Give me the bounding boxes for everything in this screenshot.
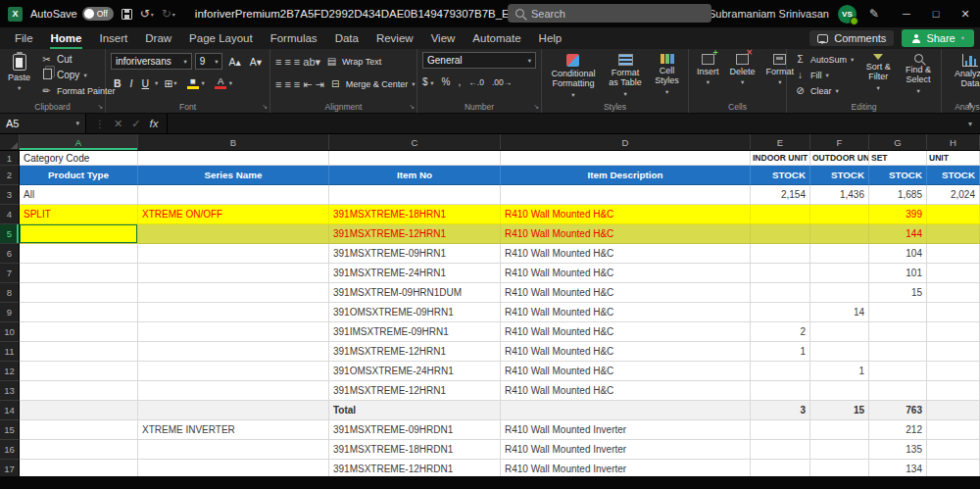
bold-button[interactable]: B bbox=[111, 77, 124, 89]
cell-B17[interactable] bbox=[138, 460, 329, 476]
cell-G3[interactable]: 1,685 bbox=[869, 185, 927, 205]
column-header-F[interactable]: F bbox=[810, 134, 869, 150]
insert-cells-button[interactable]: Insert ▾ bbox=[694, 52, 722, 88]
delete-cells-button[interactable]: Delete ▾ bbox=[727, 52, 759, 88]
cell-A14[interactable] bbox=[20, 401, 138, 420]
dialog-launcher-icon[interactable]: ↘ bbox=[533, 103, 539, 111]
cell-G8[interactable]: 15 bbox=[869, 283, 927, 303]
row-header-13[interactable]: 13 bbox=[0, 381, 20, 401]
cell-D17[interactable]: R410 Wall Mounted Inverter bbox=[501, 460, 751, 476]
cell-F14[interactable]: 15 bbox=[810, 401, 869, 420]
cell-B9[interactable] bbox=[138, 303, 329, 322]
cell-A15[interactable] bbox=[20, 420, 138, 440]
cell-B15[interactable]: XTREME INVERTER bbox=[138, 420, 329, 440]
orientation-icon[interactable]: ab▾ bbox=[303, 57, 320, 67]
cell-D13[interactable]: R410 Wall Mounted H&C bbox=[501, 381, 751, 401]
cell-H16[interactable] bbox=[927, 440, 980, 460]
cell-E4[interactable] bbox=[751, 205, 810, 224]
cell-B2[interactable]: Series Name bbox=[138, 166, 329, 185]
cell-B13[interactable] bbox=[138, 381, 329, 401]
font-size-select[interactable]: 9▾ bbox=[195, 53, 223, 70]
row-header-3[interactable]: 3 bbox=[0, 185, 20, 205]
cancel-entry-icon[interactable]: ✕ bbox=[114, 118, 122, 130]
font-name-select[interactable]: inforiversans▾ bbox=[111, 53, 192, 70]
cell-E16[interactable] bbox=[751, 440, 810, 460]
cell-F9[interactable]: 14 bbox=[810, 303, 869, 322]
cell-F8[interactable] bbox=[810, 283, 869, 303]
cell-A3[interactable]: All bbox=[20, 185, 138, 205]
number-format-select[interactable]: General▾ bbox=[422, 52, 536, 69]
cell-B14[interactable] bbox=[138, 401, 329, 420]
cell-E6[interactable] bbox=[751, 244, 810, 264]
cell-G4[interactable]: 399 bbox=[869, 205, 927, 224]
column-header-B[interactable]: B bbox=[138, 134, 329, 150]
align-middle-icon[interactable]: ≡ bbox=[284, 57, 290, 67]
increase-decimal-button[interactable]: ←.0 bbox=[468, 77, 484, 87]
column-header-A[interactable]: A bbox=[20, 134, 138, 150]
cell-E12[interactable] bbox=[751, 362, 810, 381]
cell-G9[interactable] bbox=[869, 303, 927, 322]
minimize-button[interactable]: ─ bbox=[892, 0, 921, 27]
pen-icon[interactable]: ✎ bbox=[865, 7, 883, 21]
dialog-launcher-icon[interactable]: ↘ bbox=[97, 103, 103, 111]
cell-D7[interactable]: R410 Wall Mounted H&C bbox=[501, 264, 751, 283]
formula-bar-grip[interactable]: ⋮ bbox=[95, 119, 105, 129]
cell-D6[interactable]: R410 Wall Mounted H&C bbox=[501, 244, 751, 264]
cell-C11[interactable]: 391MSXTREME-12HRN1 bbox=[329, 342, 501, 362]
cell-A4[interactable]: SPLIT bbox=[20, 205, 138, 224]
column-header-D[interactable]: D bbox=[501, 134, 751, 150]
cell-A8[interactable] bbox=[20, 283, 138, 303]
cell-D10[interactable]: R410 Wall Mounted H&C bbox=[501, 322, 751, 342]
fill-color-button[interactable]: ■▾ bbox=[182, 76, 207, 89]
cell-D9[interactable]: R410 Wall Mounted H&C bbox=[501, 303, 751, 322]
expand-formula-bar-icon[interactable]: ▾ bbox=[960, 120, 980, 128]
cell-D15[interactable]: R410 Wall Mounted Inverter bbox=[501, 420, 751, 440]
cell-C4[interactable]: 391MSXTREME-18HRN1 bbox=[329, 205, 501, 224]
cell-G6[interactable]: 104 bbox=[869, 244, 927, 264]
align-right-icon[interactable]: ≡ bbox=[294, 79, 300, 89]
cell-F12[interactable]: 1 bbox=[810, 362, 869, 381]
cell-F7[interactable] bbox=[810, 264, 869, 283]
align-top-icon[interactable]: ≡ bbox=[275, 57, 281, 67]
cell-C14[interactable]: Total bbox=[329, 401, 501, 420]
confirm-entry-icon[interactable]: ✓ bbox=[131, 118, 140, 130]
cell-H9[interactable] bbox=[927, 303, 980, 322]
cell-E13[interactable] bbox=[751, 381, 810, 401]
cell-D12[interactable]: R410 Wall Mounted H&C bbox=[501, 362, 751, 381]
cell-G7[interactable]: 101 bbox=[869, 264, 927, 283]
cell-H6[interactable] bbox=[927, 244, 980, 264]
cell-E9[interactable] bbox=[751, 303, 810, 322]
cell-A16[interactable] bbox=[20, 440, 138, 460]
row-header-17[interactable]: 17 bbox=[0, 460, 20, 476]
share-button[interactable]: Share ▾ bbox=[902, 29, 974, 47]
cell-G2[interactable]: STOCK bbox=[869, 166, 927, 185]
cell-F4[interactable] bbox=[810, 205, 869, 224]
cell-B11[interactable] bbox=[138, 342, 329, 362]
dialog-launcher-icon[interactable]: ↘ bbox=[409, 103, 415, 111]
cell-C15[interactable]: 391MSXTREME-09HRDN1 bbox=[329, 420, 501, 440]
cell-A5[interactable] bbox=[20, 224, 138, 244]
row-header-11[interactable]: 11 bbox=[0, 342, 20, 362]
cell-A12[interactable] bbox=[20, 362, 138, 381]
menu-tab-help[interactable]: Help bbox=[530, 27, 571, 49]
cell-D5[interactable]: R410 Wall Mounted H&C bbox=[501, 224, 751, 244]
cell-E15[interactable] bbox=[751, 420, 810, 440]
cell-D4[interactable]: R410 Wall Mounted H&C bbox=[501, 205, 751, 224]
cell-H15[interactable] bbox=[927, 420, 980, 440]
excel-app-icon[interactable]: X bbox=[8, 7, 23, 22]
restore-button[interactable]: □ bbox=[921, 0, 951, 27]
cell-G5[interactable]: 144 bbox=[869, 224, 927, 244]
cell-F10[interactable] bbox=[810, 322, 869, 342]
autosave-control[interactable]: AutoSave Off bbox=[30, 7, 114, 21]
row-header-6[interactable]: 6 bbox=[0, 244, 20, 264]
cell-H11[interactable] bbox=[927, 342, 980, 362]
menu-tab-data[interactable]: Data bbox=[326, 27, 368, 49]
fill-button[interactable]: ↓Fill▾ bbox=[792, 68, 856, 82]
cell-F5[interactable] bbox=[810, 224, 869, 244]
cell-F11[interactable] bbox=[810, 342, 869, 362]
cell-B1[interactable] bbox=[138, 151, 329, 166]
autosum-button[interactable]: ΣAutoSum▾ bbox=[792, 52, 856, 67]
collapse-ribbon-icon[interactable]: ∧ bbox=[966, 100, 973, 110]
cell-C8[interactable]: 391MSXTREM-09HRN1DUM bbox=[329, 283, 501, 303]
column-header-C[interactable]: C bbox=[329, 134, 501, 150]
